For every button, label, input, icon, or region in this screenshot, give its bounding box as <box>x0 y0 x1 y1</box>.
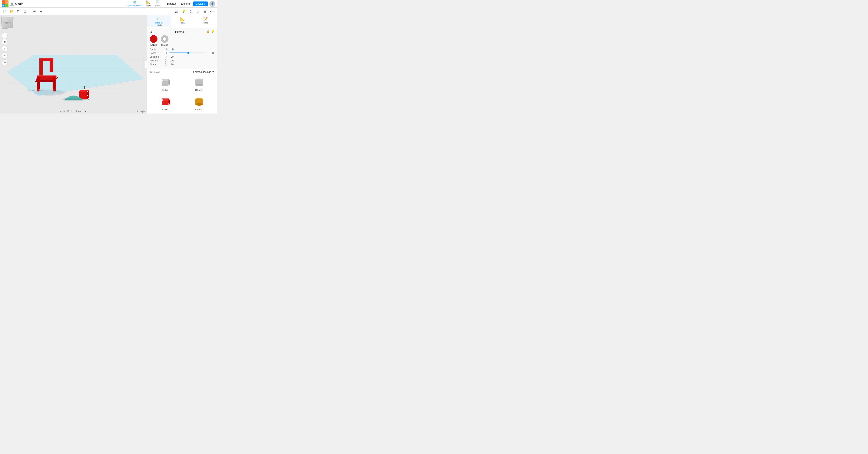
right-panel: ⊞ Plano detrabajo 📐 Regla 📝 Notes ▲ Form… <box>147 15 217 114</box>
shapes-category-dropdown[interactable]: Formas básicas ▼ <box>193 70 214 73</box>
cubo-gray-label: Cubo <box>162 89 168 91</box>
grid-size-select[interactable]: 1 mm 0.5 mm 2 mm <box>75 110 87 112</box>
grid-button[interactable]: ⊞ <box>202 8 208 14</box>
solid-button[interactable]: Sólido <box>150 35 157 46</box>
svg-rect-35 <box>162 81 168 86</box>
shape-type-buttons: Sólido Hueco <box>150 35 214 46</box>
shape-cilindro-orange[interactable]: Cilindro <box>183 95 216 112</box>
logo-br <box>5 4 8 7</box>
regla-tab-label: Regla <box>180 22 185 24</box>
notes-icon: 📄 <box>155 0 160 4</box>
circle-outline-button[interactable]: ⊙ <box>195 8 201 14</box>
tab-notes[interactable]: 📄 Notes <box>153 0 162 8</box>
viewport[interactable]: FRONTAL ⌂ ↻ + − ⊕ <box>0 15 147 114</box>
pasos-row: Pasos 10 <box>150 52 214 54</box>
anchura-dot <box>165 60 167 62</box>
svg-marker-36 <box>168 79 170 86</box>
pasos-slider[interactable] <box>169 53 207 53</box>
hollow-button[interactable]: Hueco <box>161 35 168 46</box>
chair-seat-bottom <box>35 80 56 82</box>
light-button[interactable]: 💡 <box>181 8 186 14</box>
chair-leg-br <box>53 77 55 89</box>
copy-icon: ⧉ <box>17 9 19 13</box>
anchura-label: Anchura <box>150 59 165 62</box>
pasos-fill <box>169 53 188 53</box>
chair-leg-bl <box>37 77 40 89</box>
rotate-handle[interactable]: ↻ <box>88 99 90 101</box>
redo-button[interactable]: ↪ <box>38 8 44 14</box>
pasos-dot <box>165 52 167 54</box>
altura-dot <box>165 63 167 65</box>
toolbar-right: 💬 💡 ⬡ ⊙ ⊞ ⟺ <box>173 8 215 14</box>
longitud-label: Longitud <box>150 56 165 58</box>
panel-expand-arrow[interactable]: › <box>145 61 147 68</box>
user-avatar[interactable]: 👤 <box>209 1 215 7</box>
cilindro-gray-label: Cilindro <box>195 89 203 91</box>
anchura-value: 20 <box>168 59 174 62</box>
open-icon: 📂 <box>10 10 13 13</box>
altura-row: Altura 20 <box>150 63 214 66</box>
shapes-category-label: Formas básicas <box>193 70 211 73</box>
tinkercad-logo: TIN KER CAD <box>2 0 8 7</box>
shape-prop-actions: 🔒 💡 <box>207 30 214 33</box>
plano-tab-label: Plano detrabajo <box>155 22 163 27</box>
copy-button[interactable]: ⧉ <box>15 8 21 14</box>
radio-slider: 0 <box>165 48 214 51</box>
undo-button[interactable]: ↩ <box>32 8 37 14</box>
tab-notes-right[interactable]: 📝 Notes <box>194 15 217 28</box>
header-actions: ⊞ Plano de trabajo 📐 Regla 📄 Notes Impor… <box>125 0 215 8</box>
shape-outline-button[interactable]: ⬡ <box>188 8 194 14</box>
shape-cilindro-gray[interactable]: Cilindro <box>183 75 216 93</box>
svg-point-45 <box>195 103 203 106</box>
chair-back-top <box>39 59 53 61</box>
logo-tin: TIN <box>2 0 5 4</box>
undo-icon: ↩ <box>33 10 36 13</box>
longitud-value: 20 <box>168 56 174 58</box>
collapse-arrow[interactable]: ▲ <box>150 30 153 33</box>
radio-value: 0 <box>168 48 174 51</box>
regla-icon: 📐 <box>146 0 151 4</box>
new-button[interactable]: 📄 <box>2 8 8 14</box>
tab-regla[interactable]: 📐 Regla <box>144 0 153 8</box>
notes-tab-icon: 📝 <box>203 17 208 21</box>
document-icon: ▤ <box>10 2 14 6</box>
open-button[interactable]: 📂 <box>8 8 14 14</box>
altura-value: 20 <box>168 63 174 66</box>
hollow-label: Hueco <box>161 44 168 46</box>
tab-plano-trabajo[interactable]: ⊞ Plano de trabajo <box>125 0 144 8</box>
pasos-thumb[interactable] <box>187 52 189 54</box>
main-area: FRONTAL ⌂ ↻ + − ⊕ <box>0 15 217 114</box>
top-bar: TIN KER CAD ▤ Chair ⊞ Plano de trabajo 📐… <box>0 0 217 8</box>
solid-label: Sólido <box>151 44 157 46</box>
mirror-button[interactable]: ⟺ <box>209 8 215 14</box>
handle-tl[interactable] <box>78 91 79 92</box>
shapes-source: Tinkercad <box>150 71 160 73</box>
pasos-value: 10 <box>209 52 214 54</box>
handle-tr[interactable] <box>87 91 88 92</box>
shape-cubo-red[interactable]: Cubo <box>149 95 181 112</box>
adjust-rejilla-bar: Ajustar Rejilla 1 mm 0.5 mm 2 mm <box>60 110 87 112</box>
handle-br[interactable] <box>87 99 88 100</box>
tab-regla-right[interactable]: 📐 Regla <box>170 15 194 28</box>
scene-svg: Plano de trabajo <box>0 15 147 114</box>
altura-label: Altura <box>150 63 165 66</box>
shape-cubo-gray[interactable]: Cubo <box>149 75 181 93</box>
viewport-bottom: Ed. rejilla <box>137 110 145 112</box>
lock-icon[interactable]: 🔒 <box>207 30 210 33</box>
info-icon[interactable]: 💡 <box>211 30 214 33</box>
cubo-gray-thumb <box>158 77 172 88</box>
enviar-button[interactable]: Enviar a <box>193 1 208 6</box>
redo-icon: ↪ <box>40 10 42 13</box>
importar-button[interactable]: Importar <box>164 1 179 6</box>
pasos-label: Pasos <box>150 52 165 54</box>
handle-mr[interactable] <box>87 95 88 96</box>
exportar-button[interactable]: Exportar <box>179 1 193 6</box>
delete-button[interactable]: 🗑 <box>22 8 28 14</box>
handle-ml[interactable] <box>78 95 79 96</box>
cilindro-gray-thumb <box>192 77 206 88</box>
dropdown-arrow-icon: ▼ <box>212 70 214 73</box>
shapes-grid: Cubo Cilindro <box>149 75 215 114</box>
tab-plano-right[interactable]: ⊞ Plano detrabajo <box>147 15 170 28</box>
svg-rect-41 <box>162 101 168 105</box>
comment-button[interactable]: 💬 <box>173 8 179 14</box>
